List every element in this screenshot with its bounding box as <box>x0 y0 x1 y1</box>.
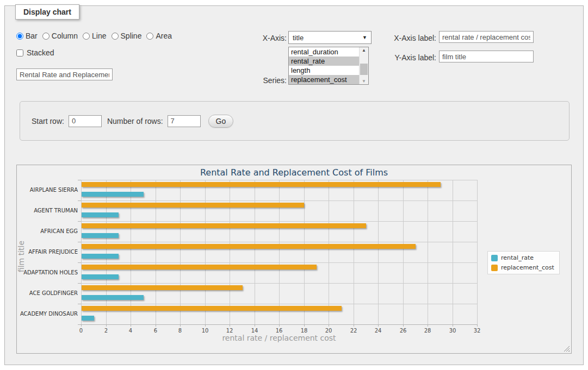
gridline-h <box>81 304 477 304</box>
row-query-box: Start row: Number of rows: Go <box>20 101 570 141</box>
radio-input-spline[interactable] <box>112 33 119 40</box>
gridline-h <box>81 180 477 180</box>
legend-entry-rental_rate[interactable]: rental_rate <box>491 254 554 261</box>
chart-container: Rental Rate and Replacement Cost of Film… <box>16 165 572 354</box>
radio-caption: Line <box>92 32 106 40</box>
bar-rental-rate[interactable] <box>82 274 119 279</box>
gridline-v <box>378 180 379 324</box>
series-option-rental_duration[interactable]: rental_duration <box>289 47 368 57</box>
bar-rental-rate[interactable] <box>82 316 94 321</box>
bar-rental-rate[interactable] <box>82 254 119 259</box>
scroll-down-icon[interactable]: ▼ <box>360 79 368 84</box>
category-label: AFFAIR PREJUDICE <box>17 242 78 262</box>
bar-replacement-cost[interactable] <box>82 244 416 249</box>
legend-entry-replacement_cost[interactable]: replacement_cost <box>491 264 554 271</box>
x-axis-line <box>81 324 477 325</box>
stacked-label: Stacked <box>27 48 54 57</box>
radio-input-line[interactable] <box>83 33 90 40</box>
bar-replacement-cost[interactable] <box>82 306 342 311</box>
chart-type-radio-bar[interactable]: Bar <box>16 32 38 40</box>
go-button[interactable]: Go <box>208 115 234 128</box>
x-tick-label: 24 <box>370 328 386 334</box>
x-tick-label: 2 <box>98 328 114 334</box>
gridline-h <box>81 283 477 284</box>
bar-replacement-cost[interactable] <box>82 265 317 269</box>
x-tick-label: 12 <box>221 328 238 334</box>
x-tick-label: 6 <box>147 328 164 334</box>
gridline-v <box>131 180 131 324</box>
plot-area <box>81 180 477 324</box>
radio-input-column[interactable] <box>42 33 49 40</box>
category-label: ADAPTATION HOLES <box>17 262 78 283</box>
bar-replacement-cost[interactable] <box>82 182 441 187</box>
stacked-checkbox[interactable] <box>16 49 23 57</box>
bar-replacement-cost[interactable] <box>82 203 304 208</box>
gridline-h <box>81 242 477 242</box>
gridline-v <box>329 180 329 324</box>
chart-type-radio-area[interactable]: Area <box>146 32 172 40</box>
panel-legend: Display chart <box>15 4 79 20</box>
y-axis-label-input[interactable] <box>439 51 534 62</box>
num-rows-label: Number of rows: <box>107 117 163 126</box>
scrollbar-thumb[interactable] <box>360 64 368 75</box>
y-tick-mark <box>78 242 81 242</box>
y-tick-mark <box>78 200 81 201</box>
bar-rental-rate[interactable] <box>82 233 119 238</box>
category-label: AIRPLANE SIERRA <box>17 180 78 200</box>
y-tick-mark <box>78 180 81 180</box>
y-axis-label-caption: Y-Axis label: <box>381 53 436 62</box>
x-tick-label: 10 <box>197 328 213 334</box>
series-listbox-options: rental_durationrental_ratelengthreplacem… <box>289 47 368 84</box>
legend-swatch <box>491 255 498 261</box>
gridline-v <box>304 180 305 324</box>
radio-caption: Spline <box>121 32 142 40</box>
y-tick-mark <box>78 324 81 325</box>
radio-caption: Area <box>156 32 172 40</box>
y-tick-mark <box>78 221 81 222</box>
legend-label: replacement_cost <box>501 264 554 271</box>
chart-legend[interactable]: rental_ratereplacement_cost <box>487 251 560 274</box>
bar-rental-rate[interactable] <box>82 192 144 197</box>
series-option-replacement_cost[interactable]: replacement_cost <box>289 75 368 84</box>
scroll-up-icon[interactable]: ▲ <box>360 48 368 53</box>
gridline-v <box>106 180 107 324</box>
series-listbox-label: Series: <box>234 76 287 85</box>
gridline-v <box>403 180 404 324</box>
chart-type-radio-column[interactable]: Column <box>42 32 78 40</box>
series-option-rental_rate[interactable]: rental_rate <box>289 57 368 66</box>
series-listbox-scrollbar[interactable]: ▲ ▼ <box>359 47 368 84</box>
radio-caption: Column <box>52 32 78 40</box>
stacked-checkbox-row[interactable]: Stacked <box>16 48 54 57</box>
radio-input-bar[interactable] <box>16 33 23 40</box>
x-axis-select[interactable]: title ▼ <box>288 31 372 44</box>
bar-replacement-cost[interactable] <box>82 223 366 228</box>
gridline-h <box>81 262 477 263</box>
chart-type-radio-spline[interactable]: Spline <box>112 32 142 40</box>
chart-type-radio-line[interactable]: Line <box>83 32 106 40</box>
bar-rental-rate[interactable] <box>82 212 119 217</box>
gridline-v <box>230 180 230 324</box>
select-dropdown-arrow-icon: ▼ <box>362 35 367 40</box>
x-tick-label: 20 <box>320 328 337 334</box>
x-axis-selected-value: title <box>293 34 304 42</box>
gridline-v <box>428 180 428 324</box>
series-listbox[interactable]: rental_durationrental_ratelengthreplacem… <box>288 47 369 85</box>
gridline-v <box>255 180 255 324</box>
start-row-input[interactable] <box>69 115 102 127</box>
gridline-v <box>205 180 206 324</box>
bar-rental-rate[interactable] <box>82 295 144 300</box>
bar-replacement-cost[interactable] <box>82 285 243 290</box>
gridline-h <box>81 200 477 201</box>
x-tick-label: 18 <box>296 328 312 334</box>
x-axis-label-input[interactable] <box>439 31 534 43</box>
radio-input-area[interactable] <box>146 33 153 40</box>
series-option-length[interactable]: length <box>289 66 368 75</box>
x-tick-label: 32 <box>469 328 485 334</box>
num-rows-input[interactable] <box>168 115 201 127</box>
chart-title-input[interactable] <box>16 68 113 80</box>
resize-handle-icon[interactable] <box>564 346 570 352</box>
x-tick-label: 14 <box>246 328 263 334</box>
start-row-label: Start row: <box>32 117 64 126</box>
gridline-v <box>354 180 354 324</box>
gridline-h <box>81 221 477 222</box>
